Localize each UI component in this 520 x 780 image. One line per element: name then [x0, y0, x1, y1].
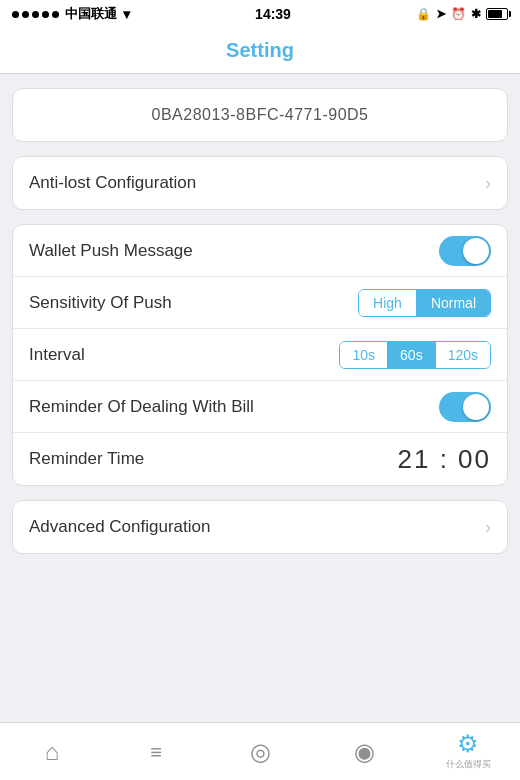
status-time: 14:39	[255, 6, 291, 22]
alarm-icon: ⏰	[451, 7, 466, 21]
interval-120s[interactable]: 120s	[436, 342, 490, 368]
reminder-time-row: Reminder Time 21 : 00	[13, 433, 507, 485]
wallet-push-row: Wallet Push Message	[13, 225, 507, 277]
lock-icon: 🔒	[416, 7, 431, 21]
interval-60s[interactable]: 60s	[388, 342, 436, 368]
tab-settings[interactable]: ⚙ 什么值得买	[416, 723, 520, 780]
wifi-icon: ▾	[123, 6, 130, 22]
advanced-config-card[interactable]: Advanced Configuration ›	[12, 500, 508, 554]
location-tab-icon: ◎	[250, 740, 271, 764]
reminder-time-label: Reminder Time	[29, 449, 144, 469]
sensitivity-high[interactable]: High	[359, 290, 417, 316]
wallet-card: Wallet Push Message Sensitivity Of Push …	[12, 224, 508, 486]
settings-icon: ⚙	[457, 732, 479, 756]
tab-bulb[interactable]: ◉	[312, 723, 416, 780]
status-left: 中国联通 ▾	[12, 5, 130, 23]
device-id-card: 0BA28013-8BFC-4771-90D5	[12, 88, 508, 142]
advanced-config-label: Advanced Configuration	[29, 517, 210, 537]
advanced-chevron-icon: ›	[485, 517, 491, 538]
reminder-bill-label: Reminder Of Dealing With Bill	[29, 397, 254, 417]
reminder-time-value[interactable]: 21 : 00	[397, 444, 491, 475]
page-title: Setting	[226, 39, 294, 62]
sensitivity-segmented[interactable]: High Normal	[358, 289, 491, 317]
device-id-value: 0BA28013-8BFC-4771-90D5	[152, 106, 369, 124]
signal-dots	[12, 11, 59, 18]
anti-lost-row[interactable]: Anti-lost Configuration ›	[13, 157, 507, 209]
carrier-label: 中国联通	[65, 5, 117, 23]
bluetooth-icon: ✱	[471, 7, 481, 21]
tab-list[interactable]: ≡	[104, 723, 208, 780]
nav-bar: Setting	[0, 28, 520, 74]
bulb-icon: ◉	[354, 740, 375, 764]
chevron-right-icon: ›	[485, 173, 491, 194]
advanced-config-row[interactable]: Advanced Configuration ›	[13, 501, 507, 553]
location-icon: ➤	[436, 7, 446, 21]
sensitivity-normal[interactable]: Normal	[417, 290, 490, 316]
interval-10s[interactable]: 10s	[340, 342, 388, 368]
wallet-push-label: Wallet Push Message	[29, 241, 193, 261]
main-content: 0BA28013-8BFC-4771-90D5 Anti-lost Config…	[0, 74, 520, 722]
tab-bar: ⌂ ≡ ◎ ◉ ⚙ 什么值得买	[0, 722, 520, 780]
tab-home[interactable]: ⌂	[0, 723, 104, 780]
status-bar: 中国联通 ▾ 14:39 🔒 ➤ ⏰ ✱	[0, 0, 520, 28]
interval-segmented[interactable]: 10s 60s 120s	[339, 341, 491, 369]
tab-location[interactable]: ◎	[208, 723, 312, 780]
anti-lost-card[interactable]: Anti-lost Configuration ›	[12, 156, 508, 210]
anti-lost-label: Anti-lost Configuration	[29, 173, 196, 193]
list-icon: ≡	[150, 742, 162, 762]
interval-label: Interval	[29, 345, 85, 365]
device-id-row: 0BA28013-8BFC-4771-90D5	[13, 89, 507, 141]
wallet-push-toggle[interactable]	[439, 236, 491, 266]
reminder-bill-toggle[interactable]	[439, 392, 491, 422]
reminder-bill-row: Reminder Of Dealing With Bill	[13, 381, 507, 433]
status-right: 🔒 ➤ ⏰ ✱	[416, 7, 508, 21]
sensitivity-label: Sensitivity Of Push	[29, 293, 172, 313]
home-icon: ⌂	[45, 740, 60, 764]
battery-icon	[486, 8, 508, 20]
interval-row: Interval 10s 60s 120s	[13, 329, 507, 381]
sensitivity-row: Sensitivity Of Push High Normal	[13, 277, 507, 329]
